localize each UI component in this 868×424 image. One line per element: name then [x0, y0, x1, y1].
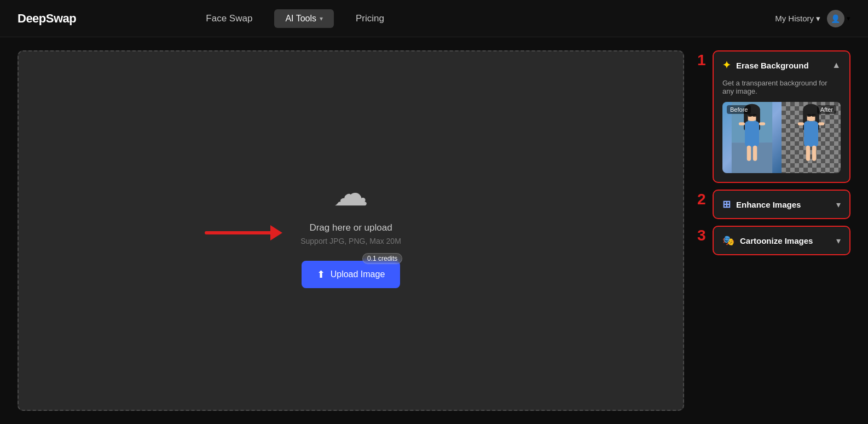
avatar-dropdown-icon: ▾	[847, 14, 850, 22]
svg-rect-7	[739, 122, 745, 125]
enhance-icon: ⊞	[722, 198, 731, 210]
header: DeepSwap Face Swap AI Tools ▾ Pricing My…	[0, 0, 868, 37]
svg-rect-23	[807, 114, 811, 117]
upload-panel: ☁ Drag here or upload Support JPG, PNG, …	[18, 50, 684, 411]
upload-button-wrapper: 0.1 credits ⬆ Upload Image	[302, 261, 401, 288]
cartoonize-chevron: ▾	[836, 236, 841, 246]
erase-bg-chevron: ▲	[832, 60, 841, 70]
arrow-shaft	[205, 231, 270, 234]
enhance-chevron: ▾	[836, 199, 841, 210]
erase-bg-header[interactable]: ✦ Erase Background ▲	[714, 51, 849, 79]
svg-rect-24	[812, 114, 815, 117]
main-nav: Face Swap AI Tools ▾ Pricing	[206, 9, 384, 28]
my-history-button[interactable]: My History ▾	[775, 14, 820, 24]
svg-rect-19	[798, 122, 804, 125]
sidebar: 1 ✦ Erase Background ▲ Get a transparent…	[697, 50, 850, 411]
svg-rect-11	[748, 114, 752, 117]
enhance-card: ⊞ Enhance Images ▾	[713, 190, 850, 219]
upload-icon: ⬆	[317, 268, 325, 280]
erase-bg-card: ✦ Erase Background ▲ Get a transparent b…	[713, 50, 850, 183]
arrow-head	[270, 225, 282, 240]
svg-rect-22	[812, 146, 816, 161]
pricing-nav-link[interactable]: Pricing	[356, 13, 384, 24]
cartoonize-header-left: 🎭 Cartoonize Images	[722, 234, 813, 247]
header-right: My History ▾ 👤 ▾	[775, 10, 850, 27]
section-number-3: 3	[697, 228, 708, 243]
avatar: 👤	[827, 10, 844, 27]
avatar-button[interactable]: 👤 ▾	[827, 10, 850, 27]
erase-bg-content: Get a transparent background for any ima…	[714, 79, 849, 182]
main-content: ☁ Drag here or upload Support JPG, PNG, …	[0, 37, 868, 424]
svg-rect-9	[747, 146, 751, 161]
support-text: Support JPG, PNG, Max 20M	[300, 237, 401, 245]
svg-rect-8	[759, 122, 765, 125]
erase-bg-header-left: ✦ Erase Background	[722, 59, 809, 71]
logo: DeepSwap	[18, 12, 76, 26]
cartoonize-icon: 🎭	[722, 234, 734, 247]
section-number-1: 1	[697, 53, 708, 68]
after-half: After	[782, 102, 841, 173]
enhance-numbered-section: 2 ⊞ Enhance Images ▾	[697, 190, 850, 219]
credits-badge: 0.1 credits	[362, 253, 402, 264]
cartoonize-numbered-section: 3 🎭 Cartoonize Images ▾	[697, 226, 850, 255]
erase-bg-icon: ✦	[722, 59, 731, 71]
my-history-dropdown-icon: ▾	[816, 14, 820, 24]
svg-rect-10	[753, 146, 757, 161]
erase-bg-description: Get a transparent background for any ima…	[722, 79, 841, 95]
svg-rect-18	[804, 121, 818, 146]
before-half: Before	[722, 102, 782, 173]
drag-text: Drag here or upload	[309, 222, 392, 233]
face-swap-nav-link[interactable]: Face Swap	[206, 13, 252, 24]
upload-image-button[interactable]: ⬆ Upload Image	[302, 261, 401, 288]
before-after-preview: Before	[722, 102, 841, 173]
enhance-header-left: ⊞ Enhance Images	[722, 198, 801, 210]
ai-tools-dropdown-icon: ▾	[320, 15, 323, 22]
cartoonize-card: 🎭 Cartoonize Images ▾	[713, 226, 850, 255]
cartoonize-header[interactable]: 🎭 Cartoonize Images ▾	[714, 227, 849, 254]
svg-rect-12	[753, 114, 756, 117]
after-label: After	[817, 105, 836, 114]
svg-rect-6	[745, 121, 759, 146]
section-number-2: 2	[697, 192, 708, 207]
before-label: Before	[727, 105, 751, 114]
svg-rect-21	[806, 146, 810, 161]
erase-bg-numbered-section: 1 ✦ Erase Background ▲ Get a transparent…	[697, 50, 850, 183]
arrow-indicator	[205, 225, 282, 240]
ai-tools-nav-button[interactable]: AI Tools ▾	[274, 9, 334, 28]
svg-rect-20	[818, 122, 824, 125]
enhance-header[interactable]: ⊞ Enhance Images ▾	[714, 191, 849, 218]
upload-cloud-icon: ☁	[333, 173, 368, 214]
svg-rect-1	[732, 142, 772, 173]
